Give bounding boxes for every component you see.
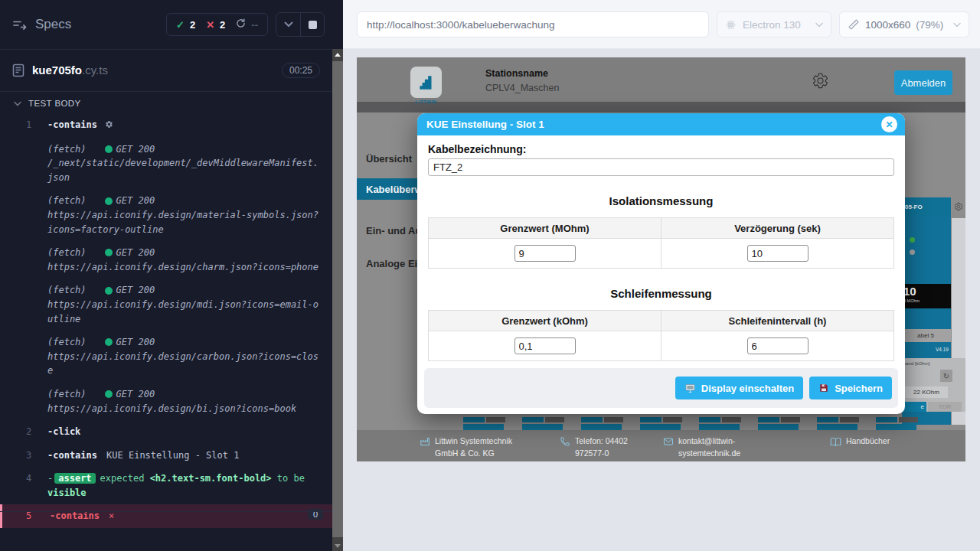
- littwin-logo: [410, 67, 442, 98]
- isolation-section-title: Isolationsmessung: [428, 194, 894, 207]
- refresh-icon[interactable]: ↻: [940, 370, 952, 382]
- bg-card-fragment: [522, 417, 576, 430]
- scrollbar-track[interactable]: [332, 49, 343, 551]
- loop-section-title: Schleifenmessung: [428, 287, 894, 300]
- loop-col2-header: Schleifenintervall (h): [662, 311, 894, 331]
- settings-gear-icon[interactable]: [812, 72, 829, 93]
- viewport-size: 1000x660: [865, 19, 910, 31]
- status-dot-green: [105, 249, 113, 256]
- test-body-toggle[interactable]: TEST BODY: [0, 92, 332, 113]
- book-icon: [830, 436, 841, 452]
- footer-item-text: Handbücher: [846, 435, 890, 452]
- command-number: 1: [0, 118, 47, 132]
- specs-menu-icon[interactable]: [12, 18, 28, 31]
- command-body: (fetch)GET 200https://api.iconify.design…: [47, 283, 323, 326]
- loop-table: Grenzwert (kOhm) Schleifenintervall (h): [428, 310, 894, 361]
- loop-limit-input[interactable]: [514, 337, 576, 354]
- assert-dash: -: [47, 473, 53, 484]
- command-row[interactable]: 2-click: [0, 420, 332, 444]
- scroll-up-icon[interactable]: [335, 53, 341, 57]
- spec-file-row[interactable]: kue705fo.cy.ts 00:25: [0, 49, 332, 92]
- bg-card-fragment: [463, 417, 517, 430]
- fetch-label: (fetch): [47, 283, 87, 298]
- fetch-status: GET 200: [116, 142, 155, 157]
- command-row[interactable]: 5-contains×0: [0, 504, 332, 528]
- command-name: -contains: [50, 510, 100, 521]
- kue-settings-modal: KUE Einstellung - Slot 1 ✕ Kabelbezeichn…: [417, 113, 905, 414]
- command-row[interactable]: 3-containsKUE Einstellung - Slot 1: [0, 444, 332, 468]
- command-row[interactable]: (fetch)GET 200https://api.iconify.design…: [0, 331, 332, 383]
- command-row[interactable]: (fetch)GET 200https://api.iconify.design…: [0, 279, 332, 331]
- check-icon: ✓: [176, 19, 185, 31]
- footer-item-phone: Telefon: 04402 972577-0: [560, 435, 642, 460]
- bg-card-title: 05-FO: [902, 197, 951, 216]
- command-row[interactable]: 4-assertexpected <h2.text-sm.font-bold> …: [0, 467, 332, 504]
- bg-card-fragment: [876, 417, 929, 430]
- modal-title: KUE Einstellung - Slot 1: [426, 119, 544, 130]
- footer-item-text: Littwin Systemtechnik GmbH & Co. KG: [435, 435, 523, 460]
- modal-header: KUE Einstellung - Slot 1 ✕: [417, 113, 905, 135]
- footer-item-text: Telefon: 04402 972577-0: [575, 435, 642, 460]
- url-input[interactable]: [357, 11, 709, 37]
- command-body: -containsKUE Einstellung - Slot 1: [47, 448, 323, 463]
- display-on-button[interactable]: Display einschalten: [675, 377, 803, 399]
- isolation-delay-input[interactable]: [747, 245, 808, 262]
- scrollbar-thumb[interactable]: [332, 61, 343, 537]
- logout-button[interactable]: Abmelden: [894, 70, 952, 95]
- command-arg: KUE Einstellung - Slot 1: [106, 450, 239, 461]
- fetch-head: (fetch)GET 200: [47, 387, 318, 402]
- command-row[interactable]: (fetch)GET 200https://api.iconify.design…: [0, 241, 332, 279]
- logo-caption: LITTWIN: [410, 99, 442, 104]
- viewport-zoom: (79%): [916, 19, 943, 31]
- isolation-section: Isolationsmessung Grenzwert (MOhm) Verzö…: [428, 194, 894, 269]
- fetch-label: (fetch): [47, 142, 87, 157]
- command-name: -click: [47, 426, 80, 437]
- footer-item-book[interactable]: Handbücher: [830, 435, 906, 452]
- command-body: (fetch)GET 200/_next/static/development/…: [47, 142, 323, 185]
- loop-col1-header: Grenzwert (kOhm): [429, 311, 662, 331]
- reporter-scrollbar: [332, 0, 343, 551]
- isolation-col2-header: Verzögerung (sek): [662, 218, 894, 239]
- assert-message-part: visible: [47, 487, 87, 498]
- bg-card-fragment: [817, 417, 871, 430]
- command-row[interactable]: (fetch)GET 200/_next/static/development/…: [0, 138, 332, 190]
- gear-icon: [105, 119, 113, 133]
- command-number: 3: [0, 448, 47, 462]
- command-row[interactable]: (fetch)GET 200https://api.iconify.design…: [0, 189, 332, 241]
- close-icon[interactable]: ✕: [881, 116, 897, 132]
- isolation-col1-header: Grenzwert (MOhm): [429, 218, 662, 239]
- bg-card-cable-label: abel 5: [900, 329, 951, 342]
- modal-body: Kabelbezeichnung: Isolationsmessung Gren…: [417, 135, 905, 361]
- email-icon: [663, 436, 674, 460]
- bg-card-tab-tdr[interactable]: TDR: [928, 402, 962, 412]
- collapse-button[interactable]: [276, 13, 300, 36]
- command-row[interactable]: (fetch)GET 200https://api.iconify.design…: [0, 383, 332, 420]
- fetch-status: GET 200: [116, 283, 155, 298]
- command-row[interactable]: 1-contains: [0, 113, 332, 138]
- test-stats[interactable]: ✓2 ✕2 --: [166, 13, 268, 36]
- fetch-label: (fetch): [47, 335, 87, 350]
- ruler-icon: [848, 18, 860, 31]
- viewport-size-select[interactable]: 1000x660 (79%): [839, 11, 969, 37]
- bg-card-gear-icon[interactable]: [952, 200, 965, 214]
- chevron-down-icon: [14, 101, 21, 106]
- screen: Specs ✓2 ✕2 -- kue705fo.cy.ts 00:25 TEST…: [0, 0, 980, 551]
- aut-url-bar: Electron 130 1000x660 (79%): [343, 0, 980, 49]
- stop-icon: [309, 21, 317, 29]
- scroll-down-icon[interactable]: [335, 544, 341, 548]
- test-body-label: TEST BODY: [28, 99, 81, 108]
- loop-interval-input[interactable]: [747, 337, 808, 354]
- spec-name: kue705fo: [32, 64, 82, 77]
- isolation-limit-input[interactable]: [514, 245, 576, 262]
- runner-controls: [276, 12, 325, 37]
- stop-button[interactable]: [300, 13, 324, 36]
- reporter-header: Specs ✓2 ✕2 --: [0, 0, 332, 49]
- cable-designation-input[interactable]: [428, 158, 894, 176]
- save-button[interactable]: Speichern: [809, 377, 892, 399]
- browser-select[interactable]: Electron 130: [717, 11, 831, 37]
- stat-pending: --: [236, 18, 258, 31]
- spec-extension: .cy.ts: [82, 64, 108, 77]
- reporter-divider: [0, 511, 332, 512]
- fetch-url: https://api.iconify.design/material-symb…: [47, 208, 318, 236]
- fetch-label: (fetch): [47, 246, 87, 260]
